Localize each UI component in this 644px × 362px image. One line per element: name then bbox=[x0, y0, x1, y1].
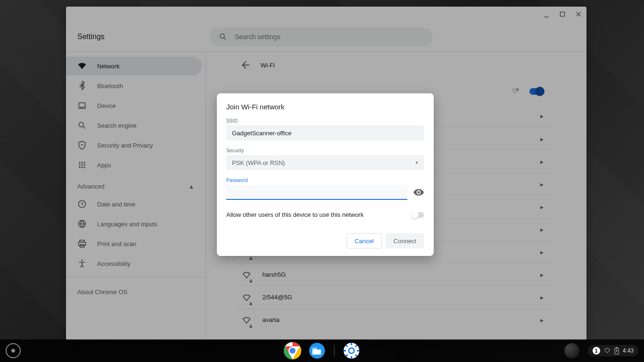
chrome-os-shelf: 1 4:43 bbox=[0, 339, 644, 362]
ssid-label: SSID bbox=[226, 118, 424, 123]
status-tray[interactable]: 1 4:43 bbox=[564, 343, 638, 358]
show-password-icon[interactable] bbox=[413, 187, 424, 198]
settings-shelf-icon[interactable] bbox=[342, 341, 361, 360]
clock: 4:43 bbox=[623, 347, 634, 354]
battery-status-icon bbox=[614, 347, 619, 354]
ssid-input[interactable] bbox=[226, 125, 424, 140]
chrome-icon[interactable] bbox=[283, 341, 302, 360]
security-label: Security bbox=[226, 148, 424, 153]
password-input[interactable] bbox=[226, 185, 407, 200]
svg-rect-35 bbox=[313, 347, 317, 349]
cancel-button[interactable]: Cancel bbox=[347, 233, 381, 248]
wifi-status-icon bbox=[604, 347, 611, 354]
shelf-apps bbox=[283, 341, 361, 360]
password-label: Password bbox=[226, 178, 424, 183]
dialog-title: Join Wi-Fi network bbox=[226, 103, 424, 111]
allow-others-label: Allow other users of this device to use … bbox=[226, 211, 363, 218]
settings-window: Settings NetworkBluetoothDeviceSearch en… bbox=[66, 7, 586, 340]
notification-badge: 1 bbox=[593, 347, 600, 354]
connect-button[interactable]: Connect bbox=[386, 233, 424, 248]
launcher-button[interactable] bbox=[6, 343, 21, 358]
allow-others-toggle[interactable] bbox=[411, 212, 424, 218]
security-select[interactable] bbox=[226, 155, 424, 170]
files-icon[interactable] bbox=[308, 341, 327, 360]
svg-rect-39 bbox=[616, 347, 617, 348]
user-avatar[interactable] bbox=[564, 343, 579, 358]
join-wifi-dialog: Join Wi-Fi network SSID Security Passwor… bbox=[217, 93, 434, 256]
